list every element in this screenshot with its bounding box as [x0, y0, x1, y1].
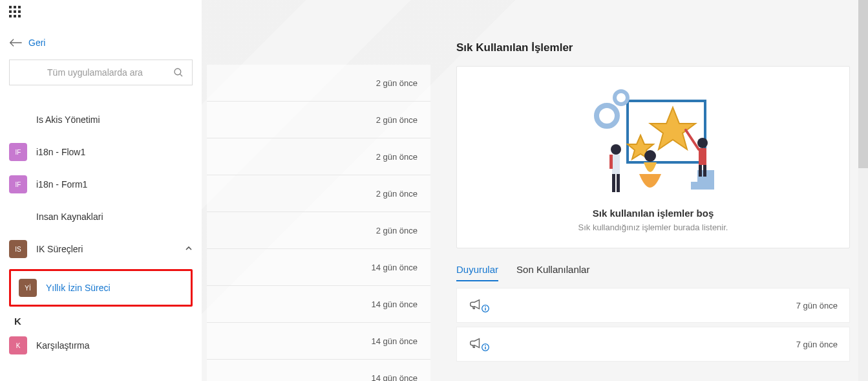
- scrollbar-track[interactable]: [858, 0, 868, 381]
- svg-rect-8: [612, 155, 620, 174]
- time-row[interactable]: 2 gün önce: [207, 175, 430, 212]
- announcements-list: 7 gün önce 7 gün önce: [456, 288, 850, 362]
- svg-point-12: [644, 150, 656, 162]
- announcement-time: 7 gün önce: [796, 301, 838, 310]
- megaphone-icon: [469, 336, 489, 353]
- time-label: 14 gün önce: [371, 336, 418, 346]
- badge-icon: IF: [9, 175, 27, 193]
- time-row[interactable]: 14 gün önce: [207, 323, 430, 360]
- sidebar-item-label: Insan Kaynaklari: [36, 212, 193, 222]
- back-arrow-icon: [9, 38, 22, 47]
- info-icon: [482, 343, 489, 351]
- sidebar-item-i18n-flow1[interactable]: IF i18n - Flow1: [9, 136, 193, 168]
- sidebar-letter-header: K: [14, 316, 193, 327]
- badge-icon: IS: [9, 240, 27, 258]
- scrollbar-thumb[interactable]: [858, 0, 868, 168]
- empty-subtitle: Sık kullandığınız işlemler burada listen…: [470, 223, 836, 232]
- svg-rect-9: [609, 155, 613, 169]
- announcement-time: 7 gün önce: [796, 340, 838, 349]
- svg-rect-10: [612, 174, 615, 192]
- sidebar-subitem-highlight: Yİ Yıllık İzin Süreci: [9, 269, 193, 307]
- search-icon: [173, 67, 184, 78]
- svg-point-1: [175, 69, 181, 75]
- svg-rect-20: [485, 308, 485, 310]
- sidebar-list: Is Akis Yönetimi IF i18n - Flow1 IF i18n…: [0, 103, 202, 362]
- empty-title: Sık kullanılan işlemler boş: [470, 208, 836, 219]
- time-label: 2 gün önce: [376, 78, 418, 88]
- svg-point-15: [697, 138, 708, 148]
- recent-time-list: 2 gün önce 2 gün önce 2 gün önce 2 gün ö…: [207, 65, 430, 381]
- sidebar-item-label: i18n - Flow1: [36, 147, 193, 157]
- tabs: Duyurular Son Kullanılanlar: [456, 264, 850, 281]
- badge-icon: Yİ: [19, 279, 37, 297]
- time-label: 2 gün önce: [376, 189, 418, 199]
- main-area: 2 gün önce 2 gün önce 2 gün önce 2 gün ö…: [202, 0, 868, 381]
- time-row[interactable]: 2 gün önce: [207, 65, 430, 102]
- sidebar-item-insan-kaynaklari[interactable]: Insan Kaynaklari: [9, 201, 193, 233]
- time-label: 2 gün önce: [376, 226, 418, 235]
- svg-rect-13: [691, 182, 714, 190]
- time-label: 14 gün önce: [371, 263, 418, 272]
- info-icon: [482, 305, 489, 312]
- announcement-row[interactable]: 7 gün önce: [456, 327, 850, 362]
- sidebar-item-label: Is Akis Yönetimi: [36, 114, 193, 125]
- apps-grid-icon[interactable]: [9, 6, 21, 17]
- sidebar-item-label: Yıllık İzin Süreci: [46, 283, 189, 293]
- tab-son-kullanilanlar[interactable]: Son Kullanılanlar: [516, 264, 589, 281]
- sidebar-item-is-akis[interactable]: Is Akis Yönetimi: [9, 103, 193, 136]
- time-row[interactable]: 14 gün önce: [207, 286, 430, 323]
- search-box[interactable]: [9, 60, 193, 85]
- time-label: 2 gün önce: [376, 152, 418, 162]
- sidebar-item-ik-surecleri[interactable]: IS IK Süreçleri: [9, 233, 193, 265]
- svg-rect-16: [699, 148, 706, 165]
- chevron-up-icon: [185, 244, 193, 254]
- megaphone-icon: [469, 297, 489, 314]
- svg-rect-17: [699, 165, 702, 177]
- search-input[interactable]: [17, 67, 173, 78]
- back-label: Geri: [28, 38, 45, 48]
- sidebar-item-yillik-izin[interactable]: Yİ Yıllık İzin Süreci: [12, 274, 189, 302]
- tab-duyurular[interactable]: Duyurular: [456, 264, 498, 281]
- sidebar-item-label: IK Süreçleri: [36, 244, 176, 254]
- sidebar-item-label: Karşılaştırma: [36, 340, 193, 351]
- svg-point-4: [615, 91, 628, 104]
- svg-rect-21: [485, 307, 485, 307]
- badge-icon: K: [9, 336, 27, 354]
- sidebar-item-karsilastirma[interactable]: K Karşılaştırma: [9, 329, 193, 362]
- frequent-ops-title: Sık Kullanılan İşlemler: [456, 41, 850, 54]
- right-column: Sık Kullanılan İşlemler: [456, 41, 850, 365]
- time-row[interactable]: 2 gün önce: [207, 212, 430, 249]
- sidebar: Geri Is Akis Yönetimi IF i18n - Flow1 IF…: [0, 23, 202, 381]
- time-label: 2 gün önce: [376, 115, 418, 125]
- time-row[interactable]: 2 gün önce: [207, 138, 430, 175]
- empty-state-illustration: [582, 85, 725, 201]
- svg-rect-11: [617, 174, 620, 192]
- back-button[interactable]: Geri: [0, 30, 202, 60]
- time-label: 14 gün önce: [371, 373, 418, 382]
- svg-rect-23: [485, 347, 485, 349]
- sidebar-item-label: i18n - Form1: [36, 179, 193, 190]
- svg-rect-18: [703, 165, 706, 177]
- announcement-row[interactable]: 7 gün önce: [456, 288, 850, 323]
- time-row[interactable]: 2 gün önce: [207, 102, 430, 138]
- badge-icon: IF: [9, 143, 27, 161]
- time-row[interactable]: 14 gün önce: [207, 360, 430, 381]
- svg-point-7: [611, 144, 621, 155]
- frequent-ops-empty-card: Sık kullanılan işlemler boş Sık kullandı…: [456, 66, 850, 248]
- time-label: 14 gün önce: [371, 299, 418, 309]
- svg-rect-24: [485, 345, 485, 346]
- sidebar-item-i18n-form1[interactable]: IF i18n - Form1: [9, 168, 193, 201]
- time-row[interactable]: 14 gün önce: [207, 249, 430, 286]
- svg-point-3: [597, 105, 617, 126]
